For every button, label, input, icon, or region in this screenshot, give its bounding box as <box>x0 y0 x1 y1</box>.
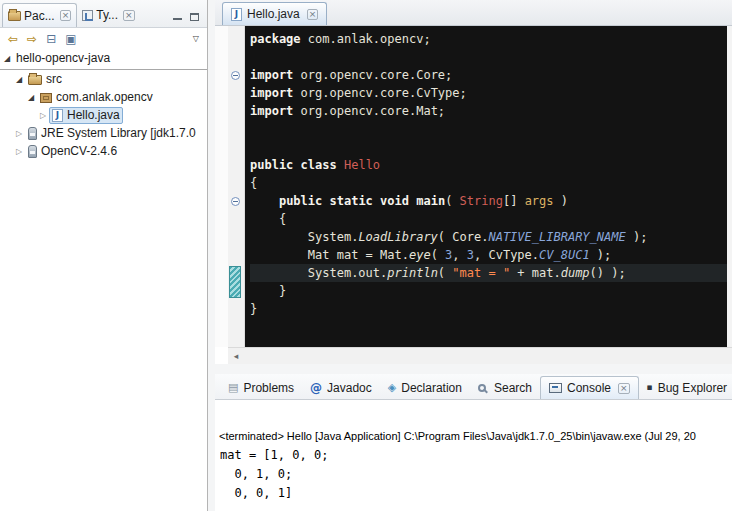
minimize-icon[interactable] <box>173 13 182 21</box>
view-toolbar: ⇦⇨⊟▣▽ <box>0 28 207 50</box>
code-line[interactable]: import org.opencv.core.CvType; <box>250 84 727 102</box>
bottom-tab-console[interactable]: Console× <box>540 376 639 399</box>
back-icon[interactable]: ⇦ <box>8 33 18 45</box>
fold-collapse-icon[interactable] <box>231 71 240 80</box>
code-token: , CvType. <box>474 248 539 262</box>
code-token: String <box>460 194 503 208</box>
close-icon[interactable]: × <box>123 10 135 21</box>
tree-item[interactable]: ▷Hello.java <box>0 107 207 125</box>
library-icon <box>28 145 37 158</box>
tree-item-body[interactable]: hello-opencv-java <box>13 50 113 67</box>
bottom-tab-bug-explorer[interactable]: ▪Bug Explorer <box>639 376 732 399</box>
fold-collapse-icon[interactable] <box>231 197 240 206</box>
code-token: main <box>416 194 445 208</box>
code-line[interactable]: { <box>250 210 727 228</box>
bottom-view-stack: ▤Problems@Javadoc◈DeclarationSearchConso… <box>215 374 732 511</box>
editor-tab-hello-java[interactable]: Hello.java × <box>222 2 327 25</box>
code-token: org.opencv.core.Core; <box>293 68 452 82</box>
code-token: import <box>250 104 293 118</box>
overview-ruler[interactable] <box>727 26 732 347</box>
code-line[interactable]: public static void main( String[] args ) <box>250 192 727 210</box>
code-line[interactable]: package com.anlak.opencv; <box>250 30 727 48</box>
tree-item-body[interactable]: OpenCV-2.4.6 <box>25 143 120 160</box>
code-token: org.opencv.core.Mat; <box>293 104 445 118</box>
expand-arrow-icon[interactable]: ▷ <box>14 143 24 160</box>
maximize-icon[interactable] <box>190 13 199 21</box>
code-token: ( <box>431 248 445 262</box>
view-tab-type-hierarchy[interactable]: Ty...× <box>77 3 139 27</box>
code-token: } <box>250 302 257 316</box>
code-line[interactable]: import org.opencv.core.Mat; <box>250 102 727 120</box>
tree-item[interactable]: ▷OpenCV-2.4.6 <box>0 143 207 161</box>
code-editor[interactable]: package com.anlak.opencv; import org.ope… <box>245 26 727 347</box>
view-tab-package-explorer[interactable]: Pac...× <box>2 3 77 27</box>
code-line[interactable]: import org.opencv.core.Core; <box>250 66 727 84</box>
collapse-all-icon[interactable]: ⊟ <box>46 33 56 45</box>
code-line[interactable]: System.out.println( "mat = " + mat.dump(… <box>250 264 727 282</box>
code-token <box>373 194 380 208</box>
expand-arrow-icon[interactable]: ◢ <box>26 89 36 106</box>
bottom-tab-search[interactable]: Search <box>470 376 540 399</box>
code-line[interactable]: } <box>250 282 727 300</box>
bug-icon: ▪ <box>647 383 653 392</box>
code-line[interactable] <box>250 120 727 138</box>
code-line[interactable] <box>250 48 727 66</box>
code-token: 3 <box>467 248 474 262</box>
tree-item-label: com.anlak.opencv <box>56 89 153 106</box>
code-token: + mat. <box>510 266 561 280</box>
code-line[interactable]: Mat mat = Mat.eye( 3, 3, CvType.CV_8UC1 … <box>250 246 727 264</box>
view-tabbar: Pac...×Ty...× <box>0 0 207 28</box>
code-line[interactable]: { <box>250 174 727 192</box>
bottom-tabbar: ▤Problems@Javadoc◈DeclarationSearchConso… <box>215 374 732 400</box>
code-token: () ); <box>590 266 626 280</box>
bottom-tab-javadoc[interactable]: @Javadoc <box>302 376 380 399</box>
change-range-marker <box>229 266 241 298</box>
code-token: System. <box>250 230 358 244</box>
close-icon[interactable]: × <box>618 383 630 394</box>
tree-item-body[interactable]: Hello.java <box>49 107 123 124</box>
code-line[interactable] <box>250 138 727 156</box>
window-buttons <box>173 13 207 27</box>
code-token: public <box>279 194 322 208</box>
expand-arrow-icon[interactable]: ▷ <box>38 107 48 124</box>
javafile-icon <box>52 109 63 122</box>
code-token: ); <box>590 248 612 262</box>
tree-item-label: JRE System Library [jdk1.7.0 <box>41 125 196 142</box>
link-editor-icon[interactable]: ▣ <box>65 33 76 45</box>
view-menu-icon[interactable]: ▽ <box>193 33 199 45</box>
code-token: import <box>250 86 293 100</box>
horizontal-scrollbar[interactable]: ◂ <box>228 347 732 364</box>
bottom-tab-label: Search <box>494 381 532 395</box>
tree-item[interactable]: ◢src <box>0 71 207 89</box>
bottom-tab-problems[interactable]: ▤Problems <box>220 376 302 399</box>
tree-item[interactable]: ◢hello-opencv-java <box>0 50 207 68</box>
type-hierarchy-icon <box>82 10 93 21</box>
tree-item-body[interactable]: JRE System Library [jdk1.7.0 <box>25 125 199 142</box>
code-token: { <box>250 176 257 190</box>
tree-item-body[interactable]: com.anlak.opencv <box>37 89 156 106</box>
forward-icon[interactable]: ⇨ <box>27 33 37 45</box>
code-token: ) <box>554 194 568 208</box>
expand-arrow-icon[interactable]: ◢ <box>2 50 12 67</box>
code-token: ( <box>445 194 459 208</box>
code-token: dump <box>561 266 590 280</box>
scroll-left-icon[interactable]: ◂ <box>228 348 244 364</box>
expand-arrow-icon[interactable]: ◢ <box>14 71 24 88</box>
tree-item[interactable]: ◢com.anlak.opencv <box>0 89 207 107</box>
horizontal-sash[interactable] <box>215 364 732 374</box>
code-line[interactable]: public class Hello <box>250 156 727 174</box>
tree-item-body[interactable]: src <box>25 71 65 88</box>
vertical-sash[interactable] <box>208 0 215 511</box>
close-icon[interactable]: × <box>60 10 72 21</box>
code-token <box>322 194 329 208</box>
bottom-tab-label: Bug Explorer <box>658 381 727 395</box>
tree-item[interactable]: ▷JRE System Library [jdk1.7.0 <box>0 125 207 143</box>
code-line[interactable]: System.LoadLibrary( Core.NATIVE_LIBRARY_… <box>250 228 727 246</box>
code-token: Hello <box>344 158 380 172</box>
console-output[interactable]: mat = [1, 0, 0; 0, 1, 0; 0, 0, 1] <box>220 446 328 503</box>
tree-item-label: src <box>46 71 62 88</box>
bottom-tab-declaration[interactable]: ◈Declaration <box>380 376 470 399</box>
close-icon[interactable]: × <box>307 9 319 20</box>
expand-arrow-icon[interactable]: ▷ <box>14 125 24 142</box>
code-line[interactable]: } <box>250 300 727 318</box>
